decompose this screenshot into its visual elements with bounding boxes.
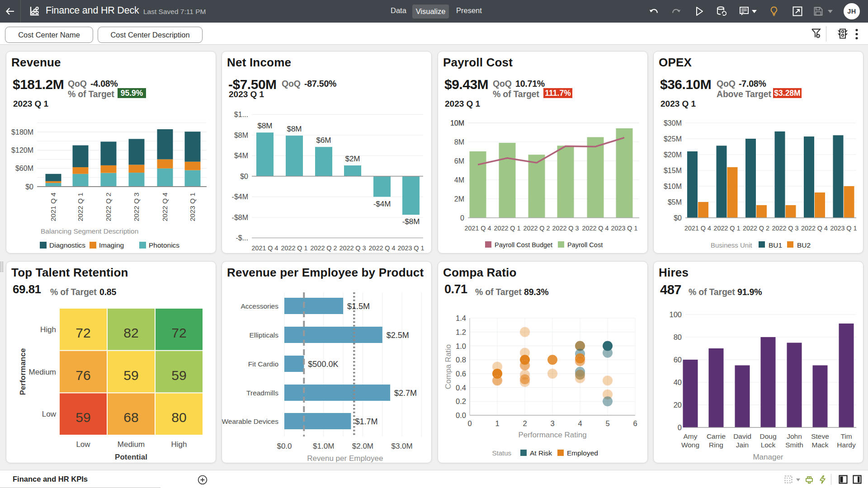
svg-text:Ring: Ring <box>709 441 723 449</box>
svg-text:Potential: Potential <box>115 453 147 461</box>
svg-text:$25M: $25M <box>664 135 682 143</box>
svg-text:40: 40 <box>674 378 682 386</box>
svg-text:2022 Q 1: 2022 Q 1 <box>281 244 308 252</box>
svg-text:2021 Q 4: 2021 Q 4 <box>684 225 711 232</box>
svg-text:$1.7M: $1.7M <box>355 417 377 426</box>
svg-text:-$4M: -$4M <box>373 200 391 208</box>
svg-text:Low: Low <box>76 440 90 449</box>
svg-text:20: 20 <box>674 401 682 409</box>
svg-text:-$4M: -$4M <box>232 193 248 201</box>
svg-text:$0.0: $0.0 <box>277 442 292 450</box>
svg-text:0.0: 0.0 <box>456 411 466 419</box>
svg-text:2021 Q 4: 2021 Q 4 <box>252 244 278 252</box>
svg-text:Jain: Jain <box>736 441 749 449</box>
svg-text:$1...: $1... <box>234 111 248 118</box>
svg-text:2022 Q 4: 2022 Q 4 <box>369 244 396 252</box>
svg-text:$2M: $2M <box>345 155 360 163</box>
svg-text:2022 Q 3: 2022 Q 3 <box>132 192 140 221</box>
svg-text:$120M: $120M <box>11 146 33 154</box>
svg-text:1.2: 1.2 <box>456 328 466 336</box>
svg-text:At Risk: At Risk <box>530 449 552 457</box>
svg-text:2022 Q 4: 2022 Q 4 <box>801 225 828 232</box>
svg-text:2022 Q 2: 2022 Q 2 <box>743 225 769 232</box>
svg-text:76: 76 <box>75 368 90 383</box>
svg-text:4M: 4M <box>454 176 464 184</box>
svg-text:$30M: $30M <box>664 119 682 127</box>
svg-text:2022 Q 1: 2022 Q 1 <box>494 225 521 232</box>
svg-text:8M: 8M <box>454 138 464 146</box>
svg-text:Carrie: Carrie <box>707 432 726 440</box>
svg-text:Smith: Smith <box>785 441 803 449</box>
svg-text:1.0: 1.0 <box>456 342 466 350</box>
svg-text:59: 59 <box>123 368 138 383</box>
svg-text:Medium: Medium <box>118 440 145 449</box>
svg-text:BU2: BU2 <box>797 241 811 249</box>
svg-text:0.6: 0.6 <box>456 370 466 378</box>
svg-text:2022 Q 2: 2022 Q 2 <box>524 225 550 232</box>
svg-text:Revenu per Employee: Revenu per Employee <box>307 454 383 463</box>
svg-text:David: David <box>733 432 751 440</box>
svg-text:1: 1 <box>495 419 499 427</box>
svg-text:Tim: Tim <box>840 432 852 440</box>
svg-text:2: 2 <box>523 419 527 427</box>
svg-text:Wong: Wong <box>681 441 699 449</box>
svg-text:$60M: $60M <box>15 164 33 172</box>
svg-text:$15M: $15M <box>664 167 682 174</box>
svg-text:Compa Ratio: Compa Ratio <box>444 344 453 389</box>
svg-text:72: 72 <box>171 325 186 340</box>
svg-text:High: High <box>171 440 187 449</box>
svg-text:$0: $0 <box>674 214 682 222</box>
svg-text:$20M: $20M <box>664 151 682 159</box>
svg-text:Medium: Medium <box>29 368 56 376</box>
svg-text:2022 Q 4: 2022 Q 4 <box>161 192 169 221</box>
svg-text:59: 59 <box>171 368 186 383</box>
svg-text:0.4: 0.4 <box>456 384 466 392</box>
svg-text:100: 100 <box>669 310 682 319</box>
svg-text:6M: 6M <box>454 157 464 165</box>
svg-text:2021 Q 4: 2021 Q 4 <box>49 192 57 221</box>
svg-text:6: 6 <box>633 419 637 427</box>
svg-text:-$8M: -$8M <box>232 214 248 221</box>
svg-text:2023 Q 1: 2023 Q 1 <box>830 225 857 232</box>
svg-text:Treadmills: Treadmills <box>246 389 278 397</box>
svg-text:60: 60 <box>674 356 682 364</box>
svg-text:$2.5M: $2.5M <box>387 331 409 340</box>
svg-text:BU1: BU1 <box>769 241 782 249</box>
svg-text:Accessories: Accessories <box>241 302 278 310</box>
svg-text:Fit Cardio: Fit Cardio <box>248 360 278 368</box>
svg-text:Photonics: Photonics <box>149 241 179 249</box>
svg-text:Mack: Mack <box>811 441 828 449</box>
svg-text:$1.0M: $1.0M <box>313 442 334 450</box>
svg-text:0: 0 <box>460 214 464 222</box>
svg-text:$8M: $8M <box>234 131 248 139</box>
svg-text:Hardy: Hardy <box>837 441 856 449</box>
svg-text:2022 Q 4: 2022 Q 4 <box>582 225 609 232</box>
svg-text:Payroll Cost Budget: Payroll Cost Budget <box>495 241 552 249</box>
svg-text:0.8: 0.8 <box>456 356 466 364</box>
svg-text:0: 0 <box>467 419 472 427</box>
svg-text:2023 Q 1: 2023 Q 1 <box>398 244 425 252</box>
svg-text:Wearable Devices: Wearable Devices <box>222 418 278 425</box>
svg-text:2022 Q 1: 2022 Q 1 <box>714 225 741 232</box>
svg-text:2022 Q 3: 2022 Q 3 <box>772 225 799 232</box>
svg-text:1.4: 1.4 <box>456 314 466 322</box>
svg-text:$4M: $4M <box>234 152 248 160</box>
svg-text:Business Unit: Business Unit <box>711 241 753 249</box>
svg-text:2021 Q 4: 2021 Q 4 <box>465 225 491 232</box>
svg-text:$180M: $180M <box>11 128 33 136</box>
svg-text:82: 82 <box>123 325 138 340</box>
svg-text:$0: $0 <box>25 183 33 191</box>
svg-text:2022 Q 2: 2022 Q 2 <box>104 192 112 221</box>
svg-text:72: 72 <box>75 325 90 340</box>
svg-text:80: 80 <box>674 333 682 341</box>
svg-text:Steve: Steve <box>811 432 829 440</box>
svg-text:$3.0M: $3.0M <box>391 442 412 450</box>
svg-text:-$8M: -$8M <box>402 217 420 226</box>
svg-text:Performance: Performance <box>19 348 27 395</box>
svg-text:$8M: $8M <box>257 122 272 130</box>
svg-text:Amy: Amy <box>684 432 698 440</box>
svg-text:Imaging: Imaging <box>99 241 124 249</box>
svg-text:59: 59 <box>75 410 90 425</box>
svg-text:$10M: $10M <box>664 183 682 190</box>
svg-text:Doug: Doug <box>760 432 776 440</box>
